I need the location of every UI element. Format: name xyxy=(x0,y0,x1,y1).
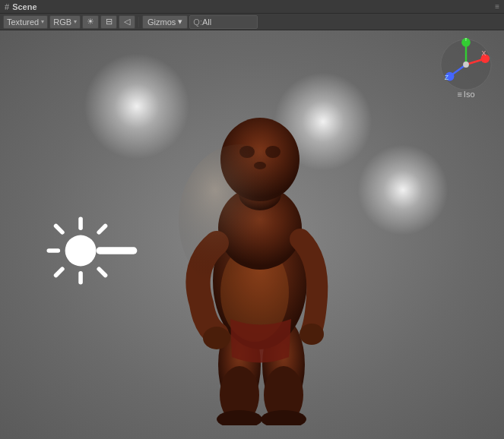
search-prefix: Q: xyxy=(193,17,202,27)
sun-toolbar-icon: ☀ xyxy=(87,17,94,27)
monster-character xyxy=(179,68,338,425)
color-mode-dropdown[interactable]: RGB ▾ xyxy=(49,15,81,29)
svg-line-6 xyxy=(99,269,105,275)
shading-mode-dropdown[interactable]: Textured ▾ xyxy=(3,15,48,29)
svg-line-5 xyxy=(56,226,62,232)
drag-handle-icon[interactable]: ≡ xyxy=(495,2,499,11)
svg-text:X: X xyxy=(481,49,486,57)
toolbar: Textured ▾ RGB ▾ ☀ ⊟ ◁ Gizmos ▾ Q: xyxy=(0,14,504,30)
gizmos-label: Gizmos xyxy=(147,17,176,27)
directional-light-gizmo[interactable] xyxy=(42,213,141,289)
svg-point-20 xyxy=(300,324,324,345)
shading-mode-label: Textured xyxy=(7,17,39,27)
gizmos-dropdown-arrow: ▾ xyxy=(178,17,182,27)
svg-point-0 xyxy=(65,235,97,267)
layers-icon: ⊟ xyxy=(106,17,113,27)
shading-dropdown-arrow: ▾ xyxy=(41,18,44,25)
gizmo-lines-icon: ≡ xyxy=(457,90,461,99)
audio-icon: ◁ xyxy=(124,17,130,27)
svg-line-7 xyxy=(99,226,105,232)
gizmo-iso-container: ≡ Iso xyxy=(457,90,474,99)
title-bar: # Scene ≡ xyxy=(0,0,504,14)
svg-line-8 xyxy=(56,269,62,275)
svg-text:Y: Y xyxy=(464,38,468,43)
layers-button[interactable]: ⊟ xyxy=(100,15,117,29)
scene-viewport[interactable]: Z X Y ≡ Iso xyxy=(0,30,504,439)
color-mode-label: RGB xyxy=(53,17,71,27)
svg-point-19 xyxy=(203,327,230,349)
audio-button[interactable]: ◁ xyxy=(119,15,135,29)
svg-text:Z: Z xyxy=(445,74,449,81)
svg-point-37 xyxy=(463,62,469,68)
search-box[interactable]: Q: xyxy=(189,15,258,29)
search-input[interactable] xyxy=(202,17,254,27)
svg-rect-9 xyxy=(97,247,138,254)
sun-toolbar-button[interactable]: ☀ xyxy=(82,15,99,29)
orientation-gizmo[interactable]: Z X Y ≡ Iso xyxy=(436,38,496,99)
svg-point-26 xyxy=(179,144,300,296)
gizmo-axes-svg: Z X Y xyxy=(439,38,493,91)
color-dropdown-arrow: ▾ xyxy=(74,18,77,25)
gizmo-iso-label: Iso xyxy=(464,90,475,99)
scene-icon: # xyxy=(5,2,9,11)
window-title: Scene xyxy=(12,2,36,11)
svg-point-15 xyxy=(261,410,306,425)
toolbar-separator xyxy=(138,17,139,27)
svg-point-14 xyxy=(217,410,262,425)
gizmos-dropdown[interactable]: Gizmos ▾ xyxy=(142,15,188,29)
